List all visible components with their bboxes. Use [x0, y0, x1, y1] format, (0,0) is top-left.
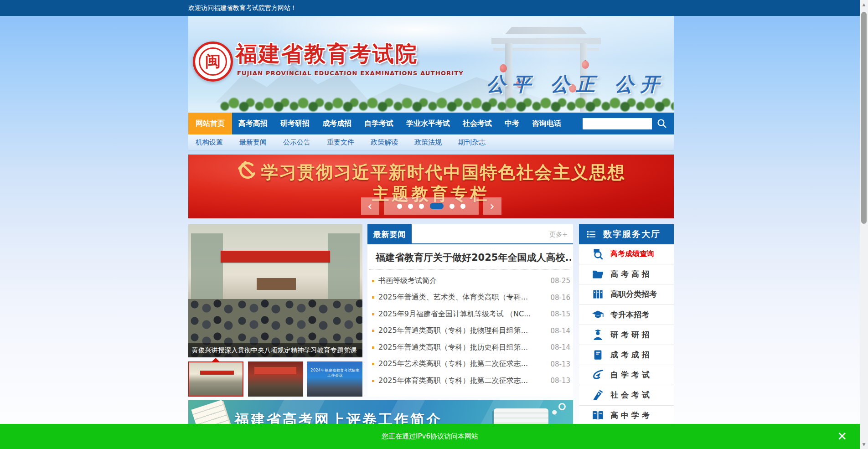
news-panel: 最新要闻 更多+ 福建省教育厅关于做好2025年全国成人高校... 书画等级考试… — [367, 224, 573, 397]
subnav-item-qikan[interactable]: 期刊杂志 — [458, 138, 486, 147]
fairness-slogan: 公平 公正 公开 — [486, 72, 666, 97]
nav-item-xueye[interactable]: 学业水平考试 — [400, 113, 456, 134]
subnav-item-gongshi[interactable]: 公示公告 — [283, 138, 310, 147]
service-score-query[interactable]: 高考成绩查询 — [579, 244, 674, 264]
close-icon[interactable]: ✕ — [837, 424, 847, 449]
open-book-icon — [592, 409, 604, 422]
subnav-item-jiedu[interactable]: 政策解读 — [371, 138, 398, 147]
sub-nav: 机构设置 最新要闻 公示公告 重要文件 政策解读 政策法规 期刊杂志 — [188, 134, 674, 150]
nav-item-home[interactable]: 网站首页 — [188, 113, 232, 134]
news-list: 书画等级考试简介 08-25 2025年普通类、艺术类、体育类高职（专科... … — [367, 270, 573, 389]
graduate-icon — [592, 329, 604, 341]
bullet-icon — [372, 346, 374, 349]
folder-icon — [592, 268, 604, 280]
thumbnail-1-selected[interactable] — [188, 361, 243, 397]
bullet-icon — [372, 363, 374, 365]
news-row[interactable]: 2025年普通类高职（专科）批历史科目组第... 08-14 — [371, 339, 570, 356]
subnav-item-fagui[interactable]: 政策法规 — [414, 138, 442, 147]
thumbnail-3-label: 2024年福建省教育考试招生工作会议 — [310, 368, 360, 378]
service-gaokao[interactable]: 高 考 高 招 — [579, 264, 674, 284]
photo-thumbnails: 2024年福建省教育考试招生工作会议 — [188, 361, 362, 397]
search-icon[interactable] — [656, 118, 667, 129]
bullet-icon — [372, 380, 374, 382]
swoosh-pen-icon — [592, 369, 604, 381]
site-header: 闽 福建省教育考试院 FUJIAN PROVINCIAL EDUCATION E… — [188, 16, 674, 113]
site-title-english: FUJIAN PROVINCIAL EDUCATION EXAMINATIONS… — [237, 70, 464, 77]
photo-carousel: 黄俊兴讲授深入贯彻中央八项规定精神学习教育专题党课 2024年福建省教育考试招生… — [188, 224, 362, 397]
page-scrollbar[interactable]: ▲ ▼ — [860, 0, 868, 449]
photo-caption[interactable]: 黄俊兴讲授深入贯彻中央八项规定精神学习教育专题党课 — [188, 343, 362, 357]
bullet-icon — [372, 280, 374, 282]
bullet-icon — [372, 330, 374, 332]
pen-nib-icon — [592, 389, 604, 401]
carousel-dot[interactable] — [419, 204, 424, 209]
search-input[interactable] — [583, 118, 652, 129]
notebook-icon — [592, 349, 604, 361]
nav-item-shehui[interactable]: 社会考试 — [456, 113, 498, 134]
subnav-item-yaowen[interactable]: 最新要闻 — [239, 138, 267, 147]
ipv6-notice-bar: 您正在通过IPv6协议访问本网站 ✕ — [0, 424, 860, 449]
carousel-dot[interactable] — [460, 204, 465, 209]
news-row[interactable]: 2025年9月福建省全国计算机等级考试 （NC... 08-15 — [371, 306, 570, 323]
digital-services-panel: 数字服务大厅 高考成绩查询 高 考 高 招 高职分类招考 — [579, 224, 674, 446]
carousel-dot-active[interactable] — [430, 203, 444, 209]
subnav-item-jigou[interactable]: 机构设置 — [196, 138, 223, 147]
service-yankao[interactable]: 研 考 研 招 — [579, 325, 674, 345]
party-emblem-icon — [237, 161, 257, 181]
carousel-controls: ‹ › — [188, 197, 674, 215]
scrollbar-thumb[interactable] — [861, 12, 867, 224]
welcome-text: 欢迎访问福建省教育考试院官方网站！ — [188, 0, 297, 16]
services-title: 数字服务大厅 — [603, 228, 661, 240]
thumbnail-2[interactable] — [248, 361, 303, 397]
nav-item-yankao[interactable]: 研考研招 — [274, 113, 316, 134]
grad-cap-icon — [592, 309, 604, 321]
service-zixue[interactable]: 自 学 考 试 — [579, 365, 674, 385]
news-header: 最新要闻 更多+ — [367, 224, 573, 244]
site-logo[interactable]: 闽 — [193, 41, 233, 82]
nav-item-zixue[interactable]: 自学考试 — [358, 113, 400, 134]
subnav-item-wenjian[interactable]: 重要文件 — [327, 138, 354, 147]
meeting-banner-decoration — [221, 251, 330, 263]
thumbnail-3[interactable]: 2024年福建省教育考试招生工作会议 — [307, 361, 362, 397]
nav-item-zhongkao[interactable]: 中考 — [498, 113, 526, 134]
news-more-link[interactable]: 更多+ — [549, 224, 568, 244]
glasses-illustration — [558, 402, 567, 412]
list-menu-icon — [586, 229, 597, 240]
service-chengkao[interactable]: 成 考 成 招 — [579, 345, 674, 365]
nav-item-chengkao[interactable]: 成考成招 — [316, 113, 358, 134]
photo-main-image[interactable]: 黄俊兴讲授深入贯彻中央八项规定精神学习教育专题党课 — [188, 224, 362, 357]
bullet-icon — [372, 313, 374, 315]
news-row[interactable]: 2025年普通类高职（专科）批物理科目组第... 08-14 — [371, 323, 570, 340]
carousel-dot[interactable] — [450, 204, 455, 209]
services-header: 数字服务大厅 — [579, 224, 674, 244]
nav-item-gaokao[interactable]: 高考高招 — [232, 113, 274, 134]
service-gaozhong[interactable]: 高 中 学 考 — [579, 406, 674, 426]
binders-icon — [592, 288, 604, 300]
news-row[interactable]: 2025年普通类、艺术类、体育类高职（专科... 08-16 — [371, 289, 570, 306]
thumb-pointer — [212, 358, 219, 361]
search-area — [583, 113, 674, 134]
page: 欢迎访问福建省教育考试院官方网站！ 闽 福建省教育考试院 FUJIAN PROV… — [0, 0, 868, 449]
service-gaozhi[interactable]: 高职分类招考 — [579, 284, 674, 304]
trees-decoration — [220, 97, 674, 113]
scroll-down-arrow-icon[interactable]: ▼ — [860, 441, 868, 448]
main-nav: 网站首页 高考高招 研考研招 成考成招 自学考试 学业水平考试 社会考试 中考 … — [188, 113, 674, 134]
theme-banner[interactable]: 学习贯彻习近平新时代中国特色社会主义思想 主题教育专栏 ‹ › — [188, 155, 674, 218]
tab-latest-news[interactable]: 最新要闻 — [367, 224, 412, 244]
welcome-bar: 欢迎访问福建省教育考试院官方网站！ — [0, 0, 868, 16]
nav-item-phone[interactable]: 咨询电话 — [526, 113, 568, 134]
scroll-up-arrow-icon[interactable]: ▲ — [860, 1, 868, 8]
bullet-icon — [372, 296, 374, 299]
carousel-prev-button[interactable]: ‹ — [361, 197, 379, 215]
carousel-dots — [384, 197, 479, 215]
service-shehui[interactable]: 社 会 考 试 — [579, 385, 674, 405]
service-zhuanshengben[interactable]: 专升本招考 — [579, 305, 674, 325]
news-headline[interactable]: 福建省教育厅关于做好2025年全国成人高校... — [369, 244, 571, 270]
news-row[interactable]: 2025年体育类高职（专科）批第二次征求志... 08-13 — [371, 372, 570, 389]
news-row[interactable]: 2025年艺术类高职（专科）批第二次征求志... 08-13 — [371, 356, 570, 373]
carousel-dot[interactable] — [408, 204, 413, 209]
news-row[interactable]: 书画等级考试简介 08-25 — [371, 273, 570, 289]
search-doc-icon — [592, 248, 604, 260]
carousel-dot[interactable] — [397, 204, 402, 209]
carousel-next-button[interactable]: › — [483, 197, 501, 215]
